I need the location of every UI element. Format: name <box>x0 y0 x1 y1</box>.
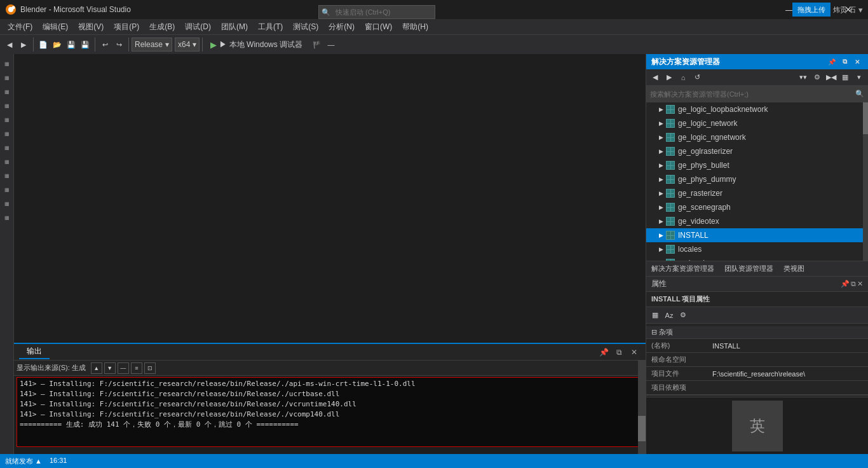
filter-btn-2[interactable]: ▼ <box>104 362 116 374</box>
attach-button[interactable]: 🏴 <box>310 38 324 52</box>
menu-file[interactable]: 文件(F) <box>3 20 37 34</box>
left-icon-5[interactable]: ▦ <box>1 114 13 125</box>
panel-float-icon[interactable]: ⧉ <box>613 346 625 359</box>
se-forward-btn[interactable]: ▶ <box>663 71 675 84</box>
menu-help[interactable]: 帮助(H) <box>397 20 433 34</box>
se-close-icon[interactable]: ✕ <box>851 56 863 67</box>
se-home-btn[interactable]: ⌂ <box>677 71 689 84</box>
tree-item-ge-logic-network[interactable]: ▶ ge_logic_network <box>646 116 868 130</box>
left-icon-1[interactable]: ▦ <box>1 58 13 69</box>
arch-label: x64 <box>178 40 190 49</box>
se-refresh-btn[interactable]: ↺ <box>691 71 703 84</box>
se-tab-class[interactable]: 类视图 <box>778 264 810 273</box>
menu-debug[interactable]: 调试(D) <box>180 20 216 34</box>
tree-item-ge-phys-bullet[interactable]: ▶ ge_phys_bullet <box>646 158 868 172</box>
se-filter-btn[interactable]: ▦ <box>839 71 851 84</box>
se-props-btn[interactable]: ⚙ <box>811 71 824 84</box>
output-scrollbar-thumb[interactable] <box>638 416 646 441</box>
props-close-icon[interactable]: ✕ <box>857 280 863 288</box>
open-file-button[interactable]: 📂 <box>50 38 64 52</box>
props-extra-btn[interactable]: ⚙ <box>677 309 689 322</box>
se-back-btn[interactable]: ◀ <box>649 71 661 84</box>
se-tab-team[interactable]: 团队资源管理器 <box>719 264 778 273</box>
left-icon-6[interactable]: ▦ <box>1 128 13 139</box>
tree-item-ge-ogl[interactable]: ▶ ge_oglrasterizer <box>646 144 868 158</box>
redo-button[interactable]: ↪ <box>112 38 126 52</box>
undo-button[interactable]: ↩ <box>98 38 112 52</box>
save-button[interactable]: 💾 <box>64 38 78 52</box>
quick-launch-box[interactable]: 🔍 <box>318 5 435 19</box>
menu-build[interactable]: 生成(B) <box>144 20 180 34</box>
se-scrollbar-track[interactable] <box>863 102 868 261</box>
panel-pin-icon[interactable]: 📌 <box>597 346 610 359</box>
user-dropdown-icon[interactable]: ▾ <box>858 5 863 15</box>
left-icon-9[interactable]: ▦ <box>1 170 13 181</box>
tree-item-install[interactable]: ▶ INSTALL <box>646 228 868 242</box>
run-debug-button[interactable]: ▶ ▶ 本地 Windows 调试器 <box>205 38 308 52</box>
se-search-icon[interactable]: 🔍 <box>855 90 864 98</box>
config-dropdown[interactable]: Release ▾ <box>132 38 172 52</box>
props-sort-cat-btn[interactable]: ▦ <box>649 309 661 322</box>
forward-button[interactable]: ▶ <box>17 38 31 52</box>
tree-arrow: ▶ <box>656 162 665 169</box>
tree-item-ge-scenegraph[interactable]: ▶ ge_scenegraph <box>646 200 868 214</box>
se-scrollbar-thumb[interactable] <box>863 102 868 134</box>
props-pin-icon[interactable]: 📌 <box>841 280 850 288</box>
filter-btn-3[interactable]: — <box>118 362 129 374</box>
tree-item-ge-logic-ngnetwork[interactable]: ▶ ge_logic_ngnetwork <box>646 130 868 144</box>
props-sort-alpha-btn[interactable]: Az <box>663 309 675 322</box>
tree-item-ge-videotex[interactable]: ▶ ge_videotex <box>646 214 868 228</box>
panel-close-icon[interactable]: ✕ <box>628 346 641 359</box>
filter-btn-1[interactable]: ▲ <box>91 362 102 374</box>
se-header: 解决方案资源管理器 📌 ⧉ ✕ <box>646 54 868 69</box>
arch-dropdown[interactable]: x64 ▾ <box>175 38 200 52</box>
menu-analyze[interactable]: 分析(N) <box>323 20 360 34</box>
tree-item-locales[interactable]: ▶ locales <box>646 242 868 256</box>
menu-test[interactable]: 测试(S) <box>288 20 323 34</box>
left-icon-10[interactable]: ▦ <box>1 184 13 195</box>
left-icon-11[interactable]: ▦ <box>1 198 13 209</box>
output-line-2: 141> — Installing: F:/scientific_researc… <box>20 389 640 399</box>
output-scrollbar-track[interactable] <box>638 361 646 454</box>
tree-item-label: ge_videotex <box>678 217 719 226</box>
se-pin-icon[interactable]: 📌 <box>826 56 837 67</box>
props-section[interactable]: ⊟ 杂项 <box>646 326 868 339</box>
tree-item-ge-phys-dummy[interactable]: ▶ ge_phys_dummy <box>646 172 868 186</box>
filter-btn-4[interactable]: ≡ <box>131 362 142 374</box>
menu-team[interactable]: 团队(M) <box>216 20 253 34</box>
se-tab-solution[interactable]: 解决方案资源管理器 <box>646 264 719 273</box>
filter-buttons: ▲ ▼ — ≡ ⊡ <box>91 362 156 374</box>
extra-button[interactable]: — <box>324 38 338 52</box>
left-icon-4[interactable]: ▦ <box>1 100 13 111</box>
se-search-input[interactable] <box>650 90 855 98</box>
upload-button[interactable]: 拖拽上传 <box>792 3 831 17</box>
menu-window[interactable]: 窗口(W) <box>360 20 397 34</box>
new-file-button[interactable]: 📄 <box>36 38 50 52</box>
tree-item-ge-rasterizer[interactable]: ▶ ge_rasterizer <box>646 186 868 200</box>
se-float-icon[interactable]: ⧉ <box>839 56 850 67</box>
props-float-icon[interactable]: ⧉ <box>851 280 856 288</box>
publish-status[interactable]: 发布 ▲ <box>19 457 42 466</box>
se-extra-btn[interactable]: ▶◀ <box>825 71 837 84</box>
save-all-button[interactable]: 💾 <box>78 38 92 52</box>
se-search-bar[interactable]: 🔍 <box>646 86 868 102</box>
props-value-3: F:\scientific_research\release\ <box>710 370 868 378</box>
left-icon-12[interactable]: ▦ <box>1 212 13 223</box>
menu-view[interactable]: 视图(V) <box>73 20 109 34</box>
left-icon-8[interactable]: ▦ <box>1 156 13 167</box>
menu-tools[interactable]: 工具(T) <box>253 20 288 34</box>
se-header-controls: 📌 ⧉ ✕ <box>826 56 863 67</box>
quick-launch-input[interactable] <box>333 8 435 16</box>
output-tab[interactable]: 输出 <box>19 345 50 359</box>
menu-edit[interactable]: 编辑(E) <box>37 20 73 34</box>
left-icon-2[interactable]: ▦ <box>1 72 13 83</box>
tree-item-makesdna[interactable]: ▶ makesdna <box>646 256 868 261</box>
filter-btn-5[interactable]: ⊡ <box>144 362 156 374</box>
menu-project[interactable]: 项目(P) <box>109 20 144 34</box>
se-collapse-btn[interactable]: ▾▾ <box>797 71 810 84</box>
left-icon-3[interactable]: ▦ <box>1 86 13 97</box>
left-icon-7[interactable]: ▦ <box>1 142 13 153</box>
se-more-btn[interactable]: ▾ <box>853 71 865 84</box>
back-button[interactable]: ◀ <box>3 38 17 52</box>
tree-item-ge-logic-loopback[interactable]: ▶ ge_logic_loopbacknetwork <box>646 102 868 116</box>
